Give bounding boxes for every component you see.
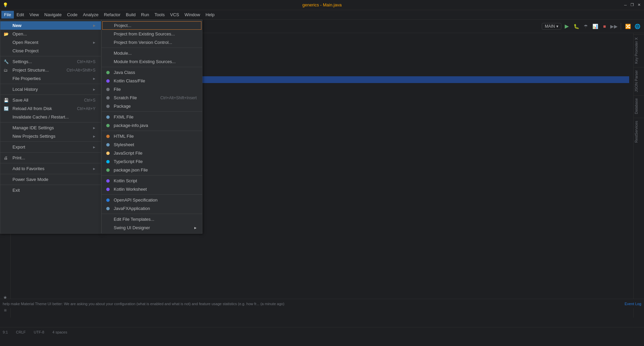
pkg-json-icon: [106, 168, 110, 172]
open-recent-arrow: ▸: [93, 40, 95, 45]
file-menu-settings[interactable]: 🔧 Settings... Ctrl+Alt+S: [0, 57, 101, 66]
file-properties-arrow: ▸: [93, 76, 95, 81]
database-tab[interactable]: Database: [634, 95, 644, 117]
key-promoter-tab[interactable]: Key Promoter X: [634, 34, 644, 66]
new-file[interactable]: File: [102, 85, 202, 94]
file-menu-export[interactable]: Export ▸: [0, 143, 101, 151]
menu-analyze[interactable]: Analyze: [80, 11, 101, 19]
translate-button[interactable]: 🌐: [633, 22, 641, 30]
notification-text: help make Material Theme UI better: We a…: [3, 302, 284, 306]
encoding: UTF-8: [34, 330, 44, 334]
manage-ide-arrow: ▸: [93, 125, 95, 130]
sep-8: [0, 174, 101, 174]
cursor-position: 9:1: [3, 330, 8, 334]
maximize-button[interactable]: ❐: [630, 3, 635, 7]
file-menu-local-history[interactable]: Local History ▸: [0, 85, 101, 94]
run-config-dropdown-icon: ▾: [556, 24, 558, 29]
openapi-icon: [106, 198, 110, 202]
new-html[interactable]: HTML File: [102, 132, 202, 140]
right-sidebar: Key Promoter X JSON Parser Database Rest…: [633, 33, 644, 318]
sep-7: [0, 163, 101, 163]
menu-tools[interactable]: Tools: [152, 11, 167, 19]
export-arrow: ▸: [93, 144, 95, 150]
new-project-existing[interactable]: Project from Existing Sources...: [102, 30, 202, 38]
menu-window[interactable]: Window: [182, 11, 203, 19]
new-submenu: Project... Project from Existing Sources…: [101, 20, 202, 234]
new-ts[interactable]: TypeScript File: [102, 157, 202, 166]
new-sep-7: [102, 214, 202, 214]
close-button[interactable]: ✕: [637, 3, 641, 7]
file-menu-open-recent[interactable]: Open Recent ▸: [0, 38, 101, 47]
file-icon: [106, 88, 110, 91]
file-menu-invalidate[interactable]: Invalidate Caches / Restart...: [0, 113, 101, 121]
file-menu-project-structure[interactable]: 🗂 Project Structure... Ctrl+Alt+Shift+S: [0, 66, 101, 74]
vcs-button[interactable]: 🔀: [624, 22, 632, 30]
menu-vcs[interactable]: VCS: [167, 11, 182, 19]
sep-6: [0, 152, 101, 153]
new-fxml[interactable]: FXML File: [102, 113, 202, 121]
file-menu-power-save[interactable]: Power Save Mode: [0, 175, 101, 184]
new-project-vcs[interactable]: Project from Version Control...: [102, 38, 202, 47]
run-button[interactable]: ▶: [563, 22, 571, 30]
file-menu-print[interactable]: 🖨 Print...: [0, 154, 101, 162]
new-package[interactable]: Package: [102, 102, 202, 110]
new-js[interactable]: JavaScript File: [102, 149, 202, 157]
file-menu-new-projects-settings[interactable]: New Projects Settings ▸: [0, 132, 101, 140]
new-java-class[interactable]: Java Class: [102, 68, 202, 77]
file-menu-close-project[interactable]: Close Project: [0, 47, 101, 55]
menu-view[interactable]: View: [27, 11, 41, 19]
menu-refactor[interactable]: Refactor: [101, 11, 123, 19]
scratch-icon: [106, 96, 110, 100]
sep-3: [0, 95, 101, 95]
file-menu-file-properties[interactable]: File Properties ▸: [0, 74, 101, 83]
more-run-button[interactable]: ▶▶: [610, 22, 618, 30]
menu-help[interactable]: Help: [203, 11, 217, 19]
new-kotlin-script[interactable]: Kotlin Script: [102, 177, 202, 185]
file-menu-exit[interactable]: Exit: [0, 186, 101, 194]
profile-button[interactable]: 📊: [591, 22, 599, 30]
json-parser-tab[interactable]: JSON Parser: [634, 67, 644, 95]
new-edit-templates[interactable]: Edit File Templates...: [102, 215, 202, 223]
file-menu-add-favorites[interactable]: Add to Favorites ▸: [0, 164, 101, 173]
open-icon: 📂: [4, 32, 9, 36]
menu-file[interactable]: File: [1, 11, 14, 19]
debug-button[interactable]: 🐛: [572, 22, 580, 30]
sep-5: [0, 141, 101, 142]
new-package-info[interactable]: package-info.java: [102, 121, 202, 130]
file-menu-new[interactable]: New ▸: [0, 21, 101, 30]
minimize-button[interactable]: ─: [623, 3, 628, 7]
menu-build[interactable]: Build: [123, 11, 138, 19]
new-projects-arrow: ▸: [93, 134, 95, 139]
menu-bar: File Edit View Navigate Code Analyze Ref…: [0, 10, 644, 20]
file-menu-save-all[interactable]: 💾 Save All Ctrl+S: [0, 96, 101, 104]
new-swing-designer[interactable]: Swing UI Designer ▸: [102, 223, 202, 232]
stop-button[interactable]: ■: [600, 22, 609, 30]
new-module[interactable]: Module...: [102, 49, 202, 57]
ktws-icon: [106, 188, 110, 191]
new-openapi[interactable]: OpenAPI Specification: [102, 196, 202, 204]
html-icon: [106, 135, 110, 138]
new-package-json[interactable]: package.json File: [102, 166, 202, 174]
menu-run[interactable]: Run: [138, 11, 152, 19]
file-menu-open[interactable]: 📂 Open...: [0, 30, 101, 38]
new-javafx[interactable]: JavaFXApplication: [102, 204, 202, 213]
new-sep-4: [102, 131, 202, 131]
project-structure-icon: 🗂: [4, 68, 8, 73]
new-module-existing[interactable]: Module from Existing Sources...: [102, 57, 202, 66]
app-icon: 💡: [3, 2, 8, 7]
new-kotlin-class[interactable]: Kotlin Class/File: [102, 77, 202, 85]
rest-services-tab[interactable]: RestServices: [634, 118, 644, 145]
menu-navigate[interactable]: Navigate: [41, 11, 64, 19]
ts-icon: [106, 160, 110, 163]
event-log-button[interactable]: Event Log: [624, 302, 641, 306]
coverage-button[interactable]: ☂: [582, 22, 590, 30]
new-scratch-file[interactable]: Scratch File Ctrl+Alt+Shift+Insert: [102, 94, 202, 102]
menu-edit[interactable]: Edit: [14, 11, 27, 19]
new-project[interactable]: Project...: [102, 21, 201, 30]
new-stylesheet[interactable]: Stylesheet: [102, 140, 202, 149]
file-menu-reload[interactable]: 🔄 Reload All from Disk Ctrl+Alt+Y: [0, 104, 101, 113]
run-config[interactable]: MAIN ▾: [542, 23, 561, 30]
menu-code[interactable]: Code: [64, 11, 80, 19]
new-kotlin-worksheet[interactable]: Kotlin Worksheet: [102, 185, 202, 193]
file-menu-manage-ide[interactable]: Manage IDE Settings ▸: [0, 124, 101, 132]
